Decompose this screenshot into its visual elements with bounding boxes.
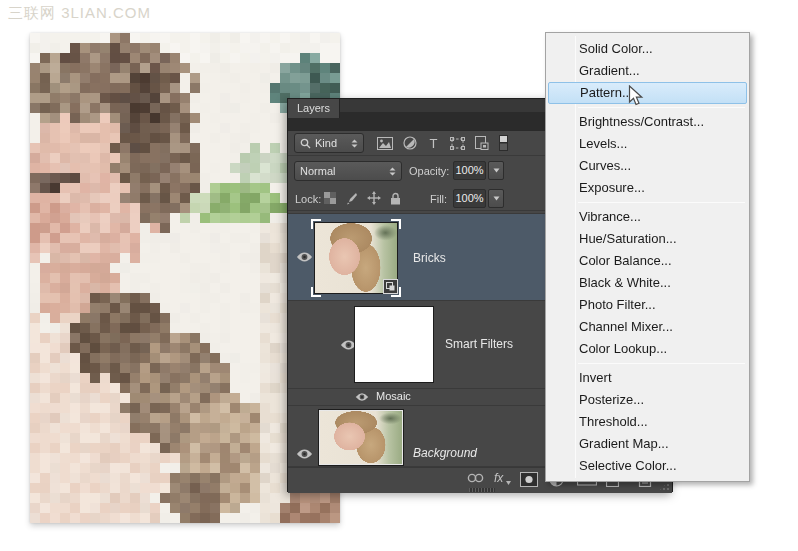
lock-all-icon[interactable] — [390, 192, 401, 205]
blend-mode-dropdown[interactable]: Normal — [294, 161, 402, 181]
menu-item-solid-color[interactable]: Solid Color... — [546, 38, 749, 60]
filter-mask-thumbnail[interactable] — [354, 306, 434, 383]
smart-object-filter-icon[interactable] — [475, 136, 489, 150]
menu-item-exposure[interactable]: Exposure... — [546, 177, 749, 199]
new-adjustment-layer-menu: Solid Color...Gradient...Pattern...Brigh… — [545, 32, 750, 482]
chevron-down-icon — [506, 481, 511, 485]
menu-separator — [578, 363, 745, 364]
menu-item-curves[interactable]: Curves... — [546, 155, 749, 177]
opacity-dropdown-button[interactable] — [488, 161, 504, 180]
opacity-value[interactable]: 100% — [453, 161, 486, 180]
menu-item-color-lookup[interactable]: Color Lookup... — [546, 338, 749, 360]
lock-paint-icon[interactable] — [345, 192, 358, 205]
menu-item-black-white[interactable]: Black & White... — [546, 272, 749, 294]
opacity-label: Opacity: — [409, 165, 449, 177]
menu-item-color-balance[interactable]: Color Balance... — [546, 250, 749, 272]
fill-value[interactable]: 100% — [453, 189, 486, 208]
svg-text:T: T — [430, 137, 438, 150]
visibility-eye-icon[interactable] — [296, 448, 313, 460]
menu-item-gradient[interactable]: Gradient... — [546, 60, 749, 82]
layer-thumbnail[interactable] — [314, 222, 398, 294]
menu-item-posterize[interactable]: Posterize... — [546, 389, 749, 411]
lock-transparency-icon[interactable] — [324, 192, 336, 204]
menu-item-channel-mixer[interactable]: Channel Mixer... — [546, 316, 749, 338]
menu-item-brightness-contrast[interactable]: Brightness/Contrast... — [546, 111, 749, 133]
chevron-down-icon — [493, 168, 500, 173]
layer-name[interactable]: Background — [413, 446, 477, 460]
menu-separator — [578, 107, 745, 108]
shape-layer-filter-icon[interactable] — [450, 137, 465, 150]
filter-toggle-switch[interactable] — [499, 135, 508, 151]
menu-item-hue-saturation[interactable]: Hue/Saturation... — [546, 228, 749, 250]
layer-thumbnail[interactable] — [319, 410, 403, 465]
visibility-eye-icon[interactable] — [355, 392, 369, 402]
menu-item-photo-filter[interactable]: Photo Filter... — [546, 294, 749, 316]
add-layer-mask-icon[interactable] — [520, 472, 538, 487]
photoshop-tutorial-screenshot: 三联网 3LIAN.COM Layers Kind — [0, 0, 798, 551]
lock-label: Lock: — [295, 193, 321, 205]
menu-item-vibrance[interactable]: Vibrance... — [546, 206, 749, 228]
filter-kind-dropdown[interactable]: Kind — [294, 133, 364, 153]
menu-item-pattern[interactable]: Pattern... — [548, 82, 747, 104]
layer-name[interactable]: Smart Filters — [445, 337, 513, 351]
lock-position-icon[interactable] — [367, 191, 381, 205]
menu-item-threshold[interactable]: Threshold... — [546, 411, 749, 433]
link-layers-icon[interactable] — [467, 472, 484, 484]
fill-dropdown-button[interactable] — [488, 189, 504, 208]
chevron-down-icon — [493, 196, 500, 201]
mouse-cursor — [628, 85, 644, 107]
tab-layers[interactable]: Layers — [288, 99, 340, 118]
filter-name[interactable]: Mosaic — [376, 390, 411, 402]
layer-name[interactable]: Bricks — [413, 251, 446, 265]
menu-separator — [578, 202, 745, 203]
fill-label: Fill: — [430, 193, 447, 205]
menu-item-gradient-map[interactable]: Gradient Map... — [546, 433, 749, 455]
panel-drag-grip[interactable] — [469, 488, 495, 492]
filter-kind-label: Kind — [315, 137, 337, 149]
layer-style-icon[interactable]: fx — [494, 471, 503, 485]
watermark: 三联网 3LIAN.COM — [8, 4, 151, 23]
search-icon — [300, 138, 311, 149]
spinner-arrows-icon — [351, 139, 358, 148]
blend-mode-value: Normal — [300, 165, 335, 177]
pixel-layer-filter-icon[interactable] — [377, 137, 393, 150]
type-layer-filter-icon[interactable]: T — [427, 137, 440, 150]
menu-item-selective-color[interactable]: Selective Color... — [546, 455, 749, 477]
menu-item-invert[interactable]: Invert — [546, 367, 749, 389]
adjustment-layer-filter-icon[interactable] — [403, 136, 417, 150]
smart-object-badge — [383, 279, 398, 294]
menu-item-levels[interactable]: Levels... — [546, 133, 749, 155]
spinner-arrows-icon — [389, 167, 396, 176]
visibility-eye-icon[interactable] — [296, 251, 313, 263]
